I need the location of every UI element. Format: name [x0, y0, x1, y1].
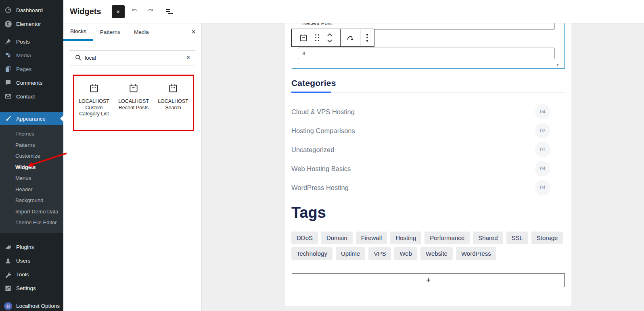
search-value: local — [85, 55, 186, 61]
page-title: Widgets — [70, 7, 101, 16]
submenu-item-customize[interactable]: Customize — [0, 150, 63, 162]
sidebar-item-media[interactable]: Media — [0, 48, 63, 62]
sliders-icon — [4, 284, 12, 292]
tags-row-1: DDoS Domain Firewall Hosting Performance… — [291, 232, 563, 244]
tag-pill[interactable]: VPS — [368, 247, 391, 260]
category-row[interactable]: Web Hosting Basics 04 — [291, 161, 565, 176]
tag-pill[interactable]: Technology — [291, 247, 332, 260]
sidebar-item-label: Comments — [16, 80, 42, 86]
sidebar-item-localhost-options[interactable]: H Localhost Options — [0, 299, 63, 311]
calendar-icon — [128, 83, 139, 94]
submenu-item-menus[interactable]: Menus — [0, 173, 63, 184]
submenu-item-patterns[interactable]: Patterns — [0, 140, 63, 151]
close-panel-icon[interactable]: × — [191, 28, 196, 36]
categories-heading-rule — [291, 92, 565, 93]
admin-sidebar: Dashboard E Elementor Posts Media Pages — [0, 0, 63, 311]
widget-display-select[interactable]: ▼ — [298, 61, 560, 68]
sidebar-item-comments[interactable]: Comments — [0, 76, 63, 90]
drag-handle-icon[interactable] — [315, 34, 320, 42]
category-name: Cloud & VPS Hosting — [291, 108, 355, 116]
tag-pill[interactable]: DDoS — [291, 232, 318, 244]
tag-pill[interactable]: Performance — [424, 232, 470, 244]
dashboard-icon — [4, 6, 12, 14]
category-count-badge: 04 — [535, 104, 550, 119]
category-count-badge: 04 — [535, 161, 550, 176]
add-block-button[interactable]: + — [292, 273, 565, 287]
tag-pill[interactable]: Storage — [531, 232, 563, 244]
tab-blocks[interactable]: Blocks — [63, 23, 93, 41]
pages-icon — [4, 65, 12, 73]
submenu-item-theme-file-editor[interactable]: Theme File Editor — [0, 217, 63, 228]
move-to-widget-area-icon[interactable] — [346, 33, 355, 42]
tag-pill[interactable]: WordPress — [456, 247, 496, 260]
redo-icon[interactable] — [144, 5, 157, 18]
sidebar-item-label: Localhost Options — [16, 303, 60, 309]
post-count-input[interactable]: 3 — [298, 48, 555, 59]
block-result-localhost-recent-posts[interactable]: LOCALHOST Recent Posts — [114, 83, 153, 130]
tab-patterns[interactable]: Patterns — [93, 23, 127, 41]
calendar-icon — [168, 83, 178, 94]
tag-pill[interactable]: Shared — [473, 232, 503, 244]
sidebar-item-dashboard[interactable]: Dashboard — [0, 3, 63, 17]
block-toolbar — [291, 29, 374, 47]
tag-pill[interactable]: Uptime — [336, 247, 366, 260]
category-name: Hosting Comparisons — [291, 127, 355, 135]
sidebar-item-label: Dashboard — [16, 7, 43, 13]
widgets-editor-screen: Dashboard E Elementor Posts Media Pages — [0, 0, 644, 311]
undo-icon[interactable] — [128, 5, 141, 18]
pin-icon — [4, 38, 12, 46]
category-name: Web Hosting Basics — [291, 165, 351, 173]
categories-heading[interactable]: Categories — [291, 78, 336, 88]
category-count-badge: 01 — [535, 142, 550, 157]
submenu-item-background[interactable]: Background — [0, 195, 63, 206]
tags-row-2: Technology Uptime VPS Web Website WordPr… — [291, 247, 496, 260]
category-row[interactable]: Cloud & VPS Hosting 04 — [291, 104, 565, 119]
sidebar-item-label: Pages — [16, 66, 31, 72]
tag-pill[interactable]: SSL — [506, 232, 528, 244]
block-type-calendar-icon[interactable] — [299, 33, 308, 42]
sidebar-item-plugins[interactable]: Plugins — [0, 240, 63, 254]
list-view-icon[interactable] — [163, 5, 176, 18]
block-result-localhost-search[interactable]: LOCALHOST Search — [153, 83, 193, 130]
close-inserter-button[interactable]: × — [112, 5, 125, 18]
plus-icon: + — [426, 276, 431, 285]
sidebar-item-settings[interactable]: Settings — [0, 282, 63, 295]
tag-pill[interactable]: Firewall — [356, 232, 387, 244]
options-menu-icon[interactable] — [366, 34, 368, 42]
tag-pill[interactable]: Website — [420, 247, 453, 260]
sidebar-item-elementor[interactable]: E Elementor — [0, 17, 63, 31]
sidebar-item-label: Appearance — [16, 116, 46, 122]
submenu-item-widgets[interactable]: Widgets — [0, 162, 63, 173]
submenu-item-import-demo-data[interactable]: Import Demo Data — [0, 206, 63, 217]
sidebar-item-tools[interactable]: Tools — [0, 268, 63, 282]
submenu-item-themes[interactable]: Themes — [0, 128, 63, 140]
active-menu-arrow-icon — [57, 115, 63, 122]
sidebar-item-label: Plugins — [16, 244, 34, 250]
sidebar-item-label: Contact — [16, 94, 35, 100]
tags-heading[interactable]: Tags — [291, 204, 326, 221]
category-row[interactable]: Hosting Comparisons 02 — [291, 123, 565, 138]
tag-pill[interactable]: Web — [394, 247, 417, 260]
tag-pill[interactable]: Domain — [321, 232, 353, 244]
sidebar-item-users[interactable]: Users — [0, 254, 63, 268]
widget-area-card: Recent Post — [285, 23, 571, 306]
calendar-icon — [89, 83, 99, 94]
tag-pill[interactable]: Hosting — [390, 232, 421, 244]
submenu-item-header[interactable]: Header — [0, 184, 63, 195]
sidebar-item-posts[interactable]: Posts — [0, 35, 63, 48]
wrench-icon — [4, 271, 12, 279]
category-name: WordPress Hosting — [291, 184, 349, 192]
category-row[interactable]: Uncategorized 01 — [291, 142, 565, 157]
tab-media[interactable]: Media — [127, 23, 156, 41]
search-input[interactable]: local × — [70, 50, 195, 65]
block-result-localhost-custom-category-list[interactable]: LOCALHOST Custom Category List — [74, 83, 114, 130]
sidebar-item-pages[interactable]: Pages — [0, 62, 63, 76]
move-up-down-icons[interactable] — [326, 32, 333, 44]
search-icon — [75, 54, 82, 61]
sidebar-item-contact[interactable]: Contact — [0, 90, 63, 103]
sidebar-item-label: Posts — [16, 39, 30, 45]
selected-recent-posts-block[interactable]: Recent Post — [292, 23, 565, 69]
clear-search-icon[interactable]: × — [186, 54, 190, 61]
category-row[interactable]: WordPress Hosting 04 — [291, 180, 565, 195]
sidebar-item-appearance[interactable]: Appearance — [0, 112, 63, 125]
